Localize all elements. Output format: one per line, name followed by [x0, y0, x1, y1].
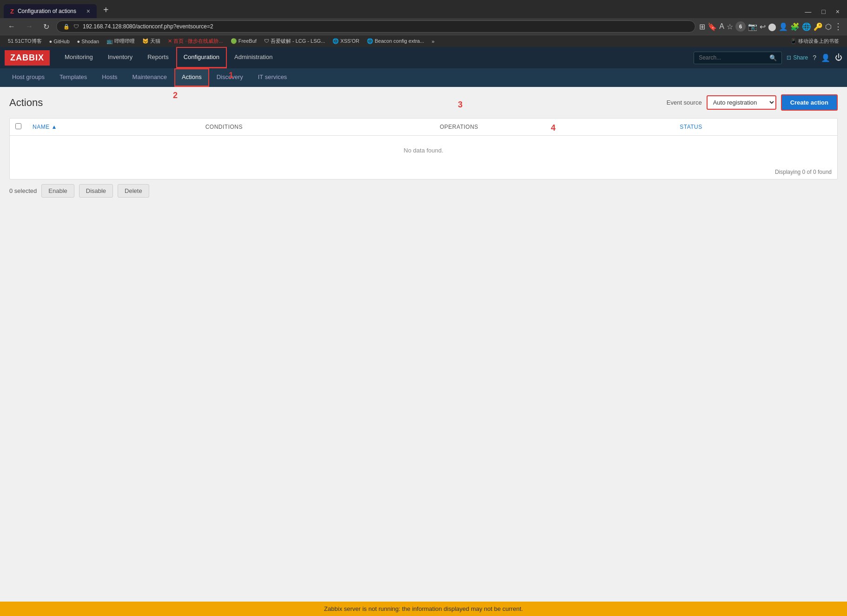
page-header-right: Event source Triggers Discovery Auto reg…	[667, 94, 838, 111]
forward-button[interactable]: →	[22, 21, 36, 32]
browser-extensions: ⊞ 🔖 A ☆ 6 📷 ↩ ⬤ 👤 🧩 🌐 🔑 ⬡ ⋮	[699, 21, 842, 32]
table-header-row: NAME ▲ CONDITIONS OPERATIONS STATUS	[10, 119, 837, 136]
event-source-select[interactable]: Triggers Discovery Auto registration Int…	[707, 95, 776, 110]
bottom-actions: 0 selected Enable Disable Delete	[9, 179, 838, 202]
extension-screenshot-icon[interactable]: 📷	[748, 22, 757, 31]
sub-nav-maintenance[interactable]: Maintenance	[125, 68, 174, 87]
enable-button[interactable]: Enable	[41, 184, 74, 198]
tab-close-icon[interactable]: ×	[86, 7, 90, 15]
share-icon: ⊡	[787, 54, 791, 61]
extension-grid-icon[interactable]: ⊞	[699, 22, 705, 31]
extension-back-icon[interactable]: ↩	[760, 22, 766, 31]
extension-1password-icon[interactable]: 🔑	[814, 22, 823, 31]
extension-browser-icon[interactable]: 🌐	[802, 22, 811, 31]
th-operations: OPERATIONS	[434, 119, 674, 136]
selected-count: 0 selected	[9, 187, 37, 194]
event-source-label: Event source	[667, 99, 702, 106]
top-nav: ZABBIX Monitoring Inventory Reports Conf…	[0, 47, 847, 68]
zabbix-logo[interactable]: ZABBIX	[5, 50, 50, 66]
sub-nav: Host groups Templates Hosts Maintenance …	[0, 68, 847, 87]
nav-configuration[interactable]: Configuration	[176, 47, 227, 68]
extension-bookmark-icon[interactable]: 🔖	[708, 22, 717, 31]
nav-reports[interactable]: Reports	[140, 47, 176, 68]
sub-nav-actions[interactable]: Actions	[174, 68, 209, 87]
bookmark-beacon[interactable]: 🌐 Beacon config extra...	[364, 37, 427, 45]
bookmark-github[interactable]: ● GitHub	[46, 38, 73, 45]
bookmark-x[interactable]: ✕ 首页 · 微步在线威胁...	[165, 37, 226, 46]
create-action-button[interactable]: Create action	[781, 94, 838, 111]
th-status: STATUS	[674, 119, 837, 136]
tab-title: Configuration of actions	[18, 8, 83, 14]
no-data-row: No data found.	[10, 136, 837, 166]
sub-nav-it-services[interactable]: IT services	[251, 68, 295, 87]
disable-button[interactable]: Disable	[79, 184, 113, 198]
share-button[interactable]: ⊡ Share	[787, 54, 808, 61]
sub-nav-host-groups[interactable]: Host groups	[5, 68, 52, 87]
tab-favicon: Z	[10, 8, 14, 15]
search-input[interactable]	[699, 54, 767, 61]
no-data-cell: No data found.	[10, 136, 837, 166]
help-icon[interactable]: ?	[813, 54, 816, 61]
extension-edge-icon[interactable]: ⬡	[825, 22, 832, 31]
data-table: NAME ▲ CONDITIONS OPERATIONS STATUS No d…	[10, 119, 837, 165]
table-container: NAME ▲ CONDITIONS OPERATIONS STATUS No d…	[9, 118, 838, 179]
th-checkbox	[10, 119, 27, 136]
nav-inventory[interactable]: Inventory	[100, 47, 140, 68]
sub-nav-discovery[interactable]: Discovery	[209, 68, 251, 87]
user-icon[interactable]: 👤	[821, 53, 830, 62]
power-icon[interactable]: ⏻	[835, 53, 842, 62]
maximize-button[interactable]: □	[818, 7, 829, 16]
url-bar[interactable]: 🔒 🛡 192.168.74.128:8080/actionconf.php?e…	[56, 20, 695, 33]
sub-nav-hosts[interactable]: Hosts	[94, 68, 125, 87]
browser-chrome: Z Configuration of actions × + — □ × ← →…	[0, 0, 847, 47]
close-window-button[interactable]: ×	[832, 7, 843, 16]
sub-nav-templates[interactable]: Templates	[52, 68, 94, 87]
search-icon[interactable]: 🔍	[769, 54, 777, 61]
minimize-button[interactable]: —	[801, 7, 815, 16]
nav-monitoring[interactable]: Monitoring	[57, 47, 100, 68]
extension-puzzle-icon[interactable]: 🧩	[790, 22, 800, 31]
zabbix-app: ZABBIX Monitoring Inventory Reports Conf…	[0, 47, 847, 616]
back-button[interactable]: ←	[5, 21, 19, 32]
status-bar: Zabbix server is not running: the inform…	[0, 602, 847, 616]
extension-badge-6[interactable]: 6	[735, 21, 746, 32]
bookmark-tmall[interactable]: 🐱 天猫	[139, 37, 164, 46]
bookmark-shodan[interactable]: ● Shodan	[74, 38, 103, 45]
active-tab[interactable]: Z Configuration of actions ×	[4, 4, 97, 18]
bookmarks-bar: 51 51CTO博客 ● GitHub ● Shodan 📺 哔哩哔哩 🐱 天猫…	[0, 35, 847, 47]
select-all-checkbox[interactable]	[15, 123, 21, 129]
bookmark-52pojie[interactable]: 🛡 吾爱破解 - LCG - LSG...	[261, 37, 328, 46]
page-title: Actions	[9, 97, 43, 109]
extension-circle-icon[interactable]: ⬤	[768, 22, 776, 31]
displaying-info: Displaying 0 of 0 found	[10, 165, 837, 179]
extension-star-icon[interactable]: ☆	[727, 22, 733, 31]
url-text: 192.168.74.128:8080/actionconf.php?event…	[83, 23, 213, 30]
bookmark-xssior[interactable]: 🌐 XSS'OR	[329, 37, 363, 45]
top-nav-right: 🔍 ⊡ Share ? 👤 ⏻	[694, 52, 842, 64]
th-conditions: CONDITIONS	[200, 119, 434, 136]
bookmark-more[interactable]: »	[428, 38, 437, 45]
delete-button[interactable]: Delete	[118, 184, 149, 198]
security-icon: 🔒	[63, 24, 70, 30]
refresh-button[interactable]: ↻	[40, 21, 53, 33]
shield-icon: 🛡	[73, 23, 79, 30]
top-nav-items: Monitoring Inventory Reports Configurati…	[57, 47, 280, 68]
extension-person-icon[interactable]: 👤	[779, 22, 788, 31]
bookmark-freebuf[interactable]: 🟢 FreeBuf	[227, 37, 260, 45]
page-header: Actions Event source Triggers Discovery …	[9, 94, 838, 111]
window-controls: — □ ×	[801, 7, 843, 18]
bookmark-mobile[interactable]: 📱 移动设备上的书签	[787, 37, 842, 46]
extension-translate-icon[interactable]: A	[719, 22, 724, 31]
new-tab-button[interactable]: +	[99, 3, 113, 17]
search-bar[interactable]: 🔍	[694, 52, 782, 64]
extension-menu-icon[interactable]: ⋮	[834, 21, 842, 32]
page-content: Actions Event source Triggers Discovery …	[0, 87, 847, 602]
bookmark-51cto[interactable]: 51 51CTO博客	[5, 37, 45, 46]
th-name[interactable]: NAME ▲	[27, 119, 200, 136]
bookmark-bilibili[interactable]: 📺 哔哩哔哩	[103, 37, 138, 46]
nav-administration[interactable]: Administration	[227, 47, 280, 68]
